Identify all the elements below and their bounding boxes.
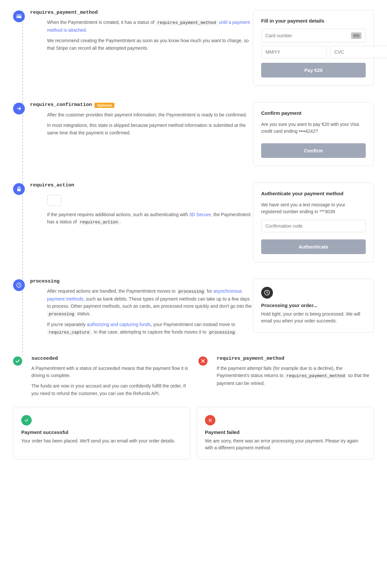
failed-icon [198, 356, 208, 366]
payment-method-content: requires_payment_method When the Payment… [30, 10, 253, 55]
lock-icon [16, 186, 22, 192]
section-inner-2: requires_confirmation Optional After the… [13, 102, 253, 140]
section-inner-3: requires_action If the payment requires … [13, 182, 253, 229]
action-icon [13, 183, 25, 195]
status-header-2: requires_confirmation Optional [30, 102, 253, 108]
section-processing: processing After required actions are ha… [13, 279, 374, 339]
svg-rect-1 [17, 15, 22, 16]
desc-4-2: If you're separately authorizing and cap… [30, 321, 253, 336]
status-title-3: requires_action [30, 182, 74, 188]
status-header-1: requires_payment_method [30, 10, 253, 15]
clock-icon-svg [16, 282, 22, 288]
confirmation-icon [13, 103, 25, 114]
success-card-title: Payment successful [21, 429, 182, 435]
processing-card-title: Processing your order... [261, 303, 366, 308]
check-icon [15, 358, 21, 364]
svg-point-6 [19, 190, 19, 190]
processing-card-col: Processing your order... Hold tight, you… [253, 279, 374, 333]
payment-successful-card: Payment successful Your order has been p… [13, 407, 190, 459]
auth-form-title: Authenticate your payment method [261, 191, 366, 196]
result-cards-section: Payment successful Your order has been p… [13, 407, 374, 459]
failed-header: requires_payment_method [217, 356, 374, 361]
confirm-card: Confirm payment Are you sure you want to… [253, 102, 374, 166]
card-icon [16, 13, 22, 19]
cvc-input[interactable] [334, 49, 387, 55]
confirmation-code-field[interactable] [261, 220, 366, 232]
failed-inner: requires_payment_method If the payment a… [198, 356, 374, 390]
timeline-line-3 [22, 182, 23, 279]
success-check-icon [24, 418, 29, 423]
payment-failed-card: Payment failed We are sorry, there was a… [197, 407, 374, 459]
desc-3-1: If the payment requires additional actio… [30, 211, 253, 226]
link-async[interactable]: asynchronous payment methods [47, 288, 242, 302]
status-header-4: processing [30, 279, 253, 284]
link-payment-method[interactable]: until a payment method is attached [47, 20, 250, 33]
confirmation-content: requires_confirmation Optional After the… [30, 102, 253, 140]
timeline-line-4 [22, 279, 23, 356]
succeeded-desc-1: A PaymentIntent with a status of succeed… [31, 365, 189, 379]
succeeded-header: succeeded [31, 356, 189, 361]
success-card-icon [21, 415, 32, 425]
link-auth-capture[interactable]: authorizing and capturing funds [87, 322, 151, 327]
authenticate-button[interactable]: Authenticate [261, 239, 366, 254]
timeline-line-2 [22, 102, 23, 182]
failed-card-icon [205, 415, 215, 425]
dashed-action-box [47, 195, 61, 206]
status-title-1: requires_payment_method [30, 10, 98, 15]
payment-form-title: Fill in your payment details [261, 18, 366, 24]
succeeded-desc-2: The funds are now in your account and yo… [31, 382, 189, 397]
payment-method-icon [13, 10, 25, 22]
expiry-field[interactable] [261, 46, 327, 58]
optional-badge: Optional [94, 103, 114, 108]
confirmation-code-input[interactable] [265, 223, 362, 229]
processing-card-body: Hold tight, your order is being processe… [261, 311, 366, 324]
desc-4-1: After required actions are handled, the … [30, 287, 253, 318]
timeline-line-1 [22, 10, 23, 102]
processing-content: processing After required actions are ha… [30, 279, 253, 339]
processing-status-icon [13, 279, 25, 291]
section-inner-4: processing After required actions are ha… [13, 279, 253, 339]
cvc-field[interactable] [330, 46, 387, 58]
payment-card: Fill in your payment details Pay [253, 10, 374, 86]
section-requires-action: requires_action If the payment requires … [13, 182, 374, 262]
pay-button[interactable]: Pay €20 [261, 63, 366, 78]
desc-2-1: After the customer provides their paymen… [30, 111, 253, 118]
succeeded-icon [13, 356, 22, 366]
action-content: requires_action If the payment requires … [30, 182, 253, 229]
section-requires-payment-method: requires_payment_method When the Payment… [13, 10, 374, 86]
x-icon [200, 358, 206, 364]
failed-card-title: Payment failed [205, 429, 366, 435]
arrow-right-icon [16, 106, 22, 112]
expiry-cvc-row [261, 46, 366, 58]
status-title-4: processing [30, 279, 59, 284]
failed-content: requires_payment_method If the payment a… [213, 356, 374, 390]
credit-card-icon [353, 34, 360, 38]
processing-clock-svg [264, 289, 270, 296]
section-inner-1: requires_payment_method When the Payment… [13, 10, 253, 55]
confirm-form-title: Confirm payment [261, 110, 366, 116]
failed-title: requires_payment_method [217, 356, 284, 361]
confirm-button[interactable]: Confirm [261, 143, 366, 158]
payment-form-card: Fill in your payment details Pay [253, 10, 374, 86]
status-header-3: requires_action [30, 182, 253, 188]
expiry-input[interactable] [265, 49, 323, 55]
succeeded-title: succeeded [31, 356, 58, 361]
success-card-body: Your order has been placed. We'll send y… [21, 438, 182, 444]
confirm-body: Are you sure you want to pay €20 with yo… [261, 121, 366, 135]
svg-rect-2 [17, 17, 18, 18]
processing-clock-icon [261, 287, 273, 299]
link-3d-secure[interactable]: 3D Secure [189, 212, 211, 217]
svg-rect-4 [353, 35, 359, 36]
succeeded-section: succeeded A PaymentIntent with a status … [13, 356, 189, 401]
svg-rect-0 [17, 15, 22, 18]
confirm-form-card: Confirm payment Are you sure you want to… [253, 102, 374, 166]
desc-1-2: We recommend creating the PaymentIntent … [30, 37, 253, 52]
failed-payment-section: requires_payment_method If the payment a… [189, 356, 374, 401]
status-title-2: requires_confirmation [30, 102, 92, 108]
card-number-input[interactable] [265, 33, 351, 38]
succeeded-content: succeeded A PaymentIntent with a status … [27, 356, 189, 401]
card-number-field[interactable] [261, 29, 366, 43]
processing-info-card: Processing your order... Hold tight, you… [253, 279, 374, 333]
desc-2-2: In most integrations, this state is skip… [30, 122, 253, 136]
desc-1-1: When the PaymentIntent is created, it ha… [30, 19, 253, 34]
